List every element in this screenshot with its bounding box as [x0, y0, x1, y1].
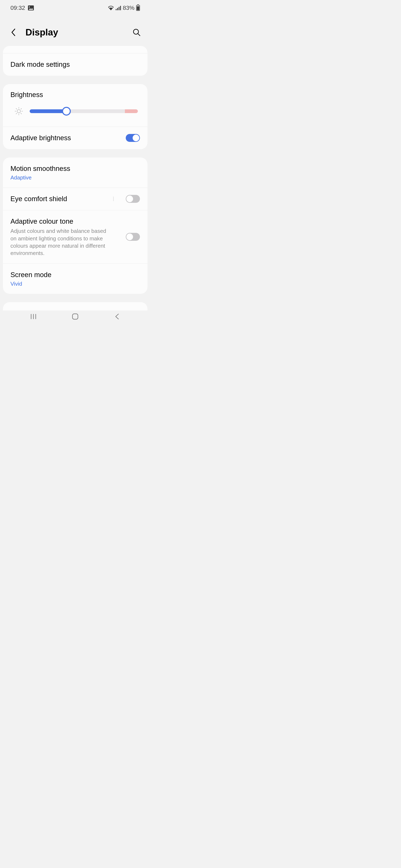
svg-rect-3 [120, 6, 121, 10]
svg-line-11 [16, 108, 17, 109]
value-motion-smoothness: Adaptive [10, 175, 140, 181]
label-brightness: Brightness [10, 91, 140, 105]
back-button[interactable] [9, 28, 18, 37]
row-adaptive-colour-tone[interactable]: Adaptive colour tone Adjust colours and … [3, 210, 147, 264]
row-adaptive-brightness[interactable]: Adaptive brightness [3, 127, 147, 149]
label-eye-comfort: Eye comfort shield [10, 194, 115, 204]
row-screen-mode[interactable]: Screen mode Vivid [3, 264, 147, 294]
label-motion-smoothness: Motion smoothness [10, 164, 140, 173]
svg-rect-2 [119, 7, 119, 10]
wifi-icon [108, 5, 114, 10]
svg-line-12 [21, 113, 22, 114]
battery-icon [136, 5, 140, 11]
recents-button[interactable] [25, 310, 42, 323]
status-bar: 09:32 83% [0, 0, 150, 16]
row-motion-smoothness[interactable]: Motion smoothness Adaptive [3, 158, 147, 188]
nav-back-button[interactable] [109, 310, 125, 323]
label-dark-mode: Dark mode settings [10, 60, 70, 69]
card-dark-mode: Dark mode settings [3, 46, 147, 76]
svg-line-5 [138, 34, 140, 36]
svg-rect-1 [117, 8, 118, 10]
svg-rect-18 [73, 314, 78, 319]
page-title: Display [26, 27, 124, 37]
label-adaptive-colour: Adaptive colour tone [10, 217, 121, 226]
svg-rect-0 [116, 9, 117, 10]
svg-line-13 [16, 113, 17, 114]
svg-line-14 [21, 108, 22, 109]
row-dark-mode-settings[interactable]: Dark mode settings [3, 54, 147, 76]
row-divider-vertical [113, 196, 114, 201]
card-display-options: Motion smoothness Adaptive Eye comfort s… [3, 158, 147, 294]
home-button[interactable] [67, 310, 84, 323]
brightness-icon [12, 105, 25, 118]
svg-point-6 [17, 110, 21, 113]
row-brightness: Brightness [3, 84, 147, 127]
card-top-divider [3, 46, 147, 54]
screenshot-notification-icon [28, 5, 34, 10]
label-screen-mode: Screen mode [10, 271, 140, 279]
status-time: 09:32 [10, 5, 25, 11]
search-button[interactable] [132, 27, 142, 37]
toggle-eye-comfort[interactable] [126, 195, 140, 203]
android-nav-bar [0, 308, 150, 326]
page-header: Display [0, 16, 150, 46]
brightness-slider[interactable] [30, 109, 138, 113]
card-brightness: Brightness Adaptive brightness [3, 84, 147, 149]
toggle-adaptive-colour[interactable] [126, 233, 140, 241]
row-eye-comfort[interactable]: Eye comfort shield [3, 188, 147, 210]
desc-adaptive-colour: Adjust colours and white balance based o… [10, 227, 113, 257]
value-screen-mode: Vivid [10, 281, 140, 287]
toggle-adaptive-brightness[interactable] [126, 134, 140, 142]
signal-icon [116, 6, 121, 10]
battery-percent: 83% [123, 5, 135, 11]
label-adaptive-brightness: Adaptive brightness [10, 133, 71, 143]
